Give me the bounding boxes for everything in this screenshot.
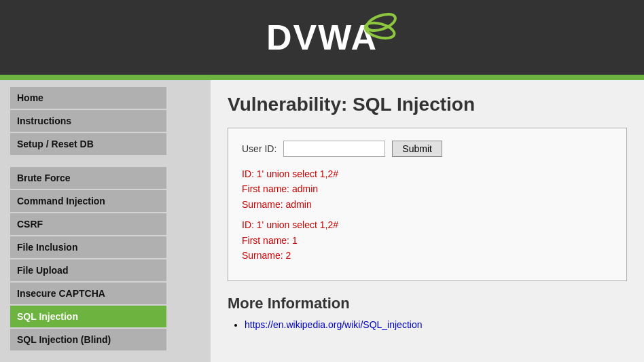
logo-text: D: [266, 17, 293, 58]
sidebar-item-csrf[interactable]: CSRF: [10, 213, 166, 235]
more-info-link[interactable]: https://en.wikipedia.org/wiki/SQL_inject…: [245, 319, 422, 330]
submit-button[interactable]: Submit: [392, 141, 442, 157]
main-content: Vulnerability: SQL Injection User ID: Su…: [211, 80, 644, 362]
output-group-2: ID: 1' union select 1,2# First name: 1 S…: [242, 217, 613, 263]
layout: Home Instructions Setup / Reset DB Brute…: [0, 80, 644, 362]
sidebar-item-sql-injection-blind[interactable]: SQL Injection (Blind): [10, 329, 166, 350]
output-line: Surname: 2: [242, 248, 613, 263]
sidebar-item-insecure-captcha[interactable]: Insecure CAPTCHA: [10, 283, 166, 304]
page-title: Vulnerability: SQL Injection: [228, 94, 627, 115]
sidebar-item-setup[interactable]: Setup / Reset DB: [10, 133, 166, 155]
sidebar-top-group: Home Instructions Setup / Reset DB: [10, 87, 200, 155]
sidebar-item-brute-force[interactable]: Brute Force: [10, 167, 166, 189]
more-info-title: More Information: [228, 295, 627, 312]
sidebar-item-home[interactable]: Home: [10, 87, 166, 109]
sidebar-item-file-inclusion[interactable]: File Inclusion: [10, 236, 166, 258]
dvwa-logo: DVWA: [266, 17, 378, 58]
user-id-input[interactable]: [283, 141, 385, 157]
sidebar-item-command-injection[interactable]: Command Injection: [10, 190, 166, 212]
output-group-1: ID: 1' union select 1,2# First name: adm…: [242, 166, 613, 212]
user-id-label: User ID:: [242, 143, 276, 154]
logo-swoosh: [361, 10, 398, 56]
sidebar-item-file-upload[interactable]: File Upload: [10, 259, 166, 281]
output-line: ID: 1' union select 1,2#: [242, 166, 613, 181]
sidebar-item-sql-injection[interactable]: SQL Injection: [10, 306, 166, 327]
logo-text-v: V: [293, 17, 319, 58]
sidebar-item-instructions[interactable]: Instructions: [10, 110, 166, 132]
list-item: https://en.wikipedia.org/wiki/SQL_inject…: [245, 319, 627, 330]
form-box: User ID: Submit ID: 1' union select 1,2#…: [228, 128, 627, 281]
output-line: First name: admin: [242, 181, 613, 196]
output-block: ID: 1' union select 1,2# First name: adm…: [242, 166, 613, 263]
output-line: First name: 1: [242, 233, 613, 248]
more-info-list: https://en.wikipedia.org/wiki/SQL_inject…: [228, 319, 627, 330]
sidebar-vuln-group: Brute Force Command Injection CSRF File …: [10, 167, 200, 350]
sidebar-spacer: [10, 160, 200, 167]
form-row: User ID: Submit: [242, 141, 613, 157]
output-line: Surname: admin: [242, 197, 613, 212]
sidebar: Home Instructions Setup / Reset DB Brute…: [0, 80, 211, 362]
header: DVWA: [0, 0, 644, 75]
green-bar: [0, 75, 644, 80]
output-line: ID: 1' union select 1,2#: [242, 217, 613, 232]
